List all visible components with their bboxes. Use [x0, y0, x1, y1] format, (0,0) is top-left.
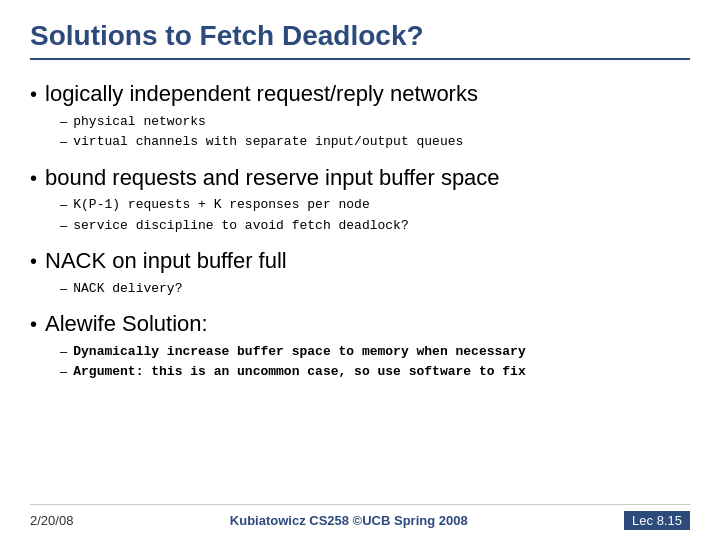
footer-credit: Kubiatowicz CS258 ©UCB Spring 2008 [230, 513, 468, 528]
slide: Solutions to Fetch Deadlock? • logically… [0, 0, 720, 540]
main-bullet-3: • NACK on input buffer full [30, 247, 690, 276]
bullet-section-3: • NACK on input buffer full – NACK deliv… [30, 247, 690, 298]
sub-bullet-text-2a: K(P-1) requests + K responses per node [73, 195, 369, 215]
sub-bullets-3: – NACK delivery? [60, 279, 690, 299]
main-bullet-text-3: NACK on input buffer full [45, 247, 287, 276]
bullet-dot-4: • [30, 312, 37, 336]
sub-dash-2b: – [60, 216, 67, 236]
sub-dash-1b: – [60, 132, 67, 152]
footer-page: Lec 8.15 [624, 511, 690, 530]
sub-dash-2a: – [60, 195, 67, 215]
sub-bullets-4: – Dynamically increase buffer space to m… [60, 342, 690, 382]
footer-date: 2/20/08 [30, 513, 73, 528]
content-area: • logically independent request/reply ne… [30, 80, 690, 504]
bullet-dot-1: • [30, 82, 37, 106]
bullet-section-1: • logically independent request/reply ne… [30, 80, 690, 152]
bullet-dot-2: • [30, 166, 37, 190]
sub-bullet-3a: – NACK delivery? [60, 279, 690, 299]
bullet-dot-3: • [30, 249, 37, 273]
bullet-section-4: • Alewife Solution: – Dynamically increa… [30, 310, 690, 382]
title-underline [30, 58, 690, 60]
sub-bullet-text-4a: Dynamically increase buffer space to mem… [73, 342, 525, 362]
sub-bullet-1a: – physical networks [60, 112, 690, 132]
main-bullet-1: • logically independent request/reply ne… [30, 80, 690, 109]
sub-bullets-1: – physical networks – virtual channels w… [60, 112, 690, 152]
sub-bullet-1b: – virtual channels with separate input/o… [60, 132, 690, 152]
sub-dash-3a: – [60, 279, 67, 299]
slide-title: Solutions to Fetch Deadlock? [30, 20, 690, 52]
main-bullet-text-2: bound requests and reserve input buffer … [45, 164, 500, 193]
sub-bullet-2a: – K(P-1) requests + K responses per node [60, 195, 690, 215]
sub-dash-4a: – [60, 342, 67, 362]
sub-bullet-4a: – Dynamically increase buffer space to m… [60, 342, 690, 362]
bullet-section-2: • bound requests and reserve input buffe… [30, 164, 690, 236]
sub-bullet-text-2b: service discipline to avoid fetch deadlo… [73, 216, 408, 236]
main-bullet-text-1: logically independent request/reply netw… [45, 80, 478, 109]
sub-bullet-text-1b: virtual channels with separate input/out… [73, 132, 463, 152]
sub-bullet-2b: – service discipline to avoid fetch dead… [60, 216, 690, 236]
sub-bullet-4b: – Argument: this is an uncommon case, so… [60, 362, 690, 382]
sub-bullets-2: – K(P-1) requests + K responses per node… [60, 195, 690, 235]
title-section: Solutions to Fetch Deadlock? [30, 20, 690, 72]
main-bullet-text-4: Alewife Solution: [45, 310, 208, 339]
sub-bullet-text-3a: NACK delivery? [73, 279, 182, 299]
main-bullet-4: • Alewife Solution: [30, 310, 690, 339]
sub-bullet-text-1a: physical networks [73, 112, 206, 132]
sub-dash-1a: – [60, 112, 67, 132]
footer: 2/20/08 Kubiatowicz CS258 ©UCB Spring 20… [30, 504, 690, 530]
main-bullet-2: • bound requests and reserve input buffe… [30, 164, 690, 193]
sub-bullet-text-4b: Argument: this is an uncommon case, so u… [73, 362, 525, 382]
sub-dash-4b: – [60, 362, 67, 382]
